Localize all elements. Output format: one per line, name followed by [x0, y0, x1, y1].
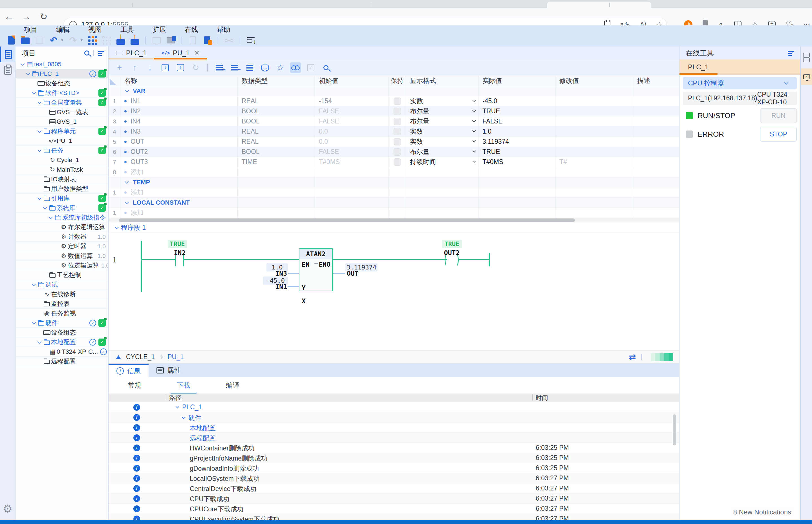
notifications-badge[interactable]: 8 New Notifications [731, 508, 793, 517]
tree-item-本地配置[interactable]: 本地配置✓✓ [16, 338, 108, 347]
device-config-icon[interactable] [202, 35, 212, 45]
tree-item-调试[interactable]: 调试 [16, 280, 108, 290]
insert-network-icon[interactable] [214, 62, 225, 73]
tree-item-MainTask[interactable]: ↻MainTask [16, 165, 108, 175]
retain-checkbox[interactable] [394, 159, 401, 166]
retain-checkbox[interactable] [394, 108, 401, 115]
panels-icon[interactable] [803, 53, 810, 61]
modify-value-cell[interactable] [555, 208, 633, 218]
tree-item-0 T324-XP-C...[interactable]: ▦0 T324-XP-C...✓ [16, 347, 108, 357]
tree-item-系统库初级指令[interactable]: 系统库初级指令✓ [16, 213, 108, 223]
tab-plc1[interactable]: PLC_1 [109, 47, 154, 60]
horizontal-scrollbar[interactable] [109, 218, 679, 223]
menu-扩展[interactable]: 扩展 [152, 25, 166, 34]
input-x-operand[interactable]: IN1 [249, 283, 287, 290]
online-tools-strip-icon[interactable] [801, 68, 812, 85]
run-button[interactable]: RUN [760, 108, 797, 123]
variable-row-OUT[interactable]: 5OUTREAL0.0实数3.119374 [109, 137, 679, 147]
clipboard-strip-icon[interactable] [0, 62, 16, 78]
upload-from-plc-icon[interactable] [130, 35, 140, 45]
modify-value-cell[interactable] [555, 106, 633, 116]
output-operand[interactable]: OUT [347, 270, 359, 277]
format-dropdown-icon[interactable] [472, 139, 476, 143]
network-header[interactable]: 程序段 1 [109, 223, 679, 233]
format-dropdown-icon[interactable] [472, 98, 476, 102]
coil-operand[interactable]: OUT2 [436, 249, 468, 257]
retain-checkbox[interactable] [394, 128, 401, 135]
modify-value-cell[interactable]: T# [555, 157, 633, 167]
tree-item-引用库[interactable]: 引用库✓ [16, 194, 108, 203]
log-row[interactable]: iPLC_1 [109, 402, 679, 412]
tree-item-在线诊断[interactable]: ∿在线诊断 [16, 290, 108, 299]
collapse-all-icon[interactable] [98, 50, 104, 55]
format-dropdown-icon[interactable] [472, 149, 476, 153]
close-tab-icon[interactable]: ✕ [194, 49, 199, 57]
menu-编辑[interactable]: 编辑 [56, 25, 70, 34]
open-project-icon[interactable] [20, 35, 30, 45]
modify-value-cell[interactable] [555, 137, 633, 147]
tree-item-IO映射表[interactable]: IO映射表 [16, 175, 108, 184]
tree-item-GVS一览表[interactable]: GVS一览表 [16, 108, 108, 117]
log-row[interactable]: i远程配置 [109, 433, 679, 443]
tree-item-设备组态[interactable]: 设备组态 [16, 79, 108, 88]
go-online-icon[interactable] [166, 35, 176, 45]
tree-item-数值运算[interactable]: ⚙数值运算1.0 [16, 251, 108, 261]
favorites-icon[interactable]: ☆ [275, 62, 286, 73]
variable-row-IN2[interactable]: 2IN2BOOLFALSE布尔量TRUE [109, 106, 679, 116]
section-row-VAR[interactable]: VAR [109, 86, 679, 96]
online-tools-device-tab[interactable]: PLC_1 [680, 60, 800, 75]
info-scrollbar-thumb[interactable] [673, 414, 676, 445]
undo-dropdown-icon[interactable]: ▼ [60, 38, 64, 42]
log-row[interactable]: igProjectInfoName删除成功6:03:25 PM [109, 453, 679, 463]
log-row[interactable]: i硬件 [109, 412, 679, 423]
modify-value-cell[interactable] [555, 86, 633, 96]
tree-item-布尔逻辑运算[interactable]: ⚙布尔逻辑运算1.0 [16, 223, 108, 232]
section-row-TEMP[interactable]: TEMP [109, 177, 679, 187]
modify-value-cell[interactable] [555, 147, 633, 157]
variable-row-IN3[interactable]: 4IN3REAL0.0实数1.0 [109, 127, 679, 137]
add-variable-row[interactable]: 1添加 [109, 208, 679, 218]
back-icon[interactable]: ← [0, 12, 17, 22]
tree-item-任务监视[interactable]: ◉任务监视 [16, 309, 108, 318]
zoom-icon[interactable] [321, 62, 331, 73]
sort-filter-icon[interactable] [246, 35, 256, 45]
modify-value-cell[interactable] [555, 198, 633, 208]
collapse-panel-icon[interactable] [116, 353, 121, 359]
tab-pu1[interactable]: </> PU_1 ✕ [154, 47, 207, 60]
log-row[interactable]: i本地配置 [109, 423, 679, 433]
breadcrumb-unit[interactable]: PU_1 [167, 353, 184, 361]
forward-icon[interactable]: → [17, 12, 35, 22]
tree-item-GVS_1[interactable]: GVS_1 [16, 117, 108, 127]
menu-帮助[interactable]: 帮助 [217, 25, 230, 34]
search-icon[interactable] [84, 50, 90, 55]
log-row[interactable]: iHWContainer删除成功6:03:25 PM [109, 443, 679, 453]
tree-item-Cycle_1[interactable]: ↻Cycle_1 [16, 155, 108, 165]
modify-value-cell[interactable] [555, 127, 633, 136]
modify-value-cell[interactable] [555, 167, 633, 177]
panel-options-icon[interactable] [788, 50, 794, 55]
tree-item-硬件[interactable]: 硬件✓✓ [16, 318, 108, 328]
input-y-operand[interactable]: IN3 [249, 270, 287, 277]
tree-item-PU_1[interactable]: </>PU_1 [16, 136, 108, 146]
add-variable-icon[interactable]: + [114, 62, 125, 73]
variable-row-IN4[interactable]: 3IN4BOOLFALSE布尔量FALSE [109, 116, 679, 127]
select-all-corner[interactable] [110, 79, 116, 85]
subtab-compile[interactable]: 编译 [224, 378, 242, 393]
modify-value-cell[interactable] [555, 177, 633, 187]
download-to-plc-icon[interactable] [116, 35, 126, 45]
delete-network-icon[interactable] [229, 62, 240, 73]
tree-item-软件 <STD>[interactable]: 软件 <STD>✓ [16, 88, 108, 98]
log-row[interactable]: iCPUExecutionSystem下载成功6:03:27 PM [109, 514, 679, 520]
variable-row-IN1[interactable]: 1IN1REAL-154实数-45.0 [109, 96, 679, 106]
tree-item-设备组态[interactable]: 设备组态 [16, 328, 108, 338]
move-down-icon[interactable]: ↓ [145, 62, 155, 73]
device-row[interactable]: PLC_1(192.168.137.18) CPU T324-XP-CD-10 [683, 92, 797, 105]
project-explorer-strip-icon[interactable] [0, 47, 16, 62]
compile-grid-icon[interactable] [87, 35, 98, 45]
add-variable-row[interactable]: 1添加 [109, 187, 679, 198]
tree-item-定时器[interactable]: ⚙定时器1.0 [16, 242, 108, 251]
settings-gear-icon[interactable]: ⚙ [3, 503, 12, 515]
menu-视图[interactable]: 视图 [88, 25, 102, 34]
modify-value-cell[interactable] [555, 96, 633, 106]
tree-item-test_0805[interactable]: ▤test_0805 [16, 60, 108, 69]
